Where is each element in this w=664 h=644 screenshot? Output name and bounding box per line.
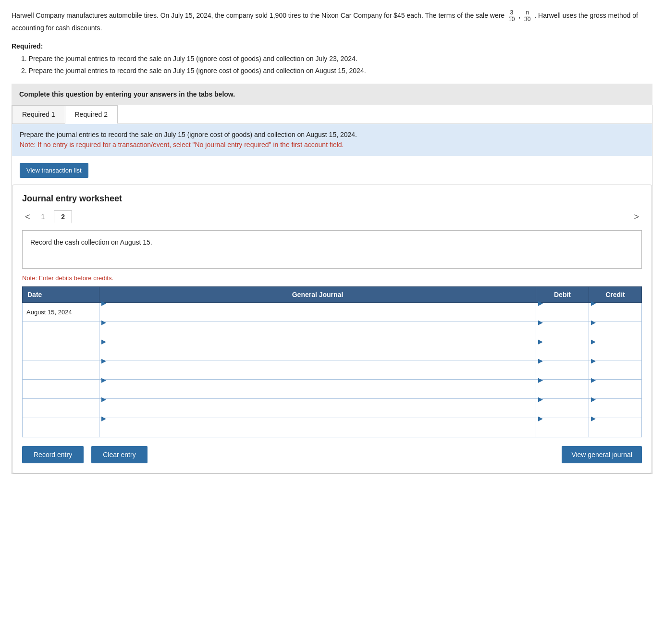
journal-arrow-icon: ▶: [99, 415, 106, 422]
credit-input[interactable]: [589, 326, 641, 345]
debits-note: Note: Enter debits before credits.: [22, 274, 642, 282]
date-cell: August 15, 2024: [23, 302, 99, 322]
journal-arrow-icon: ▶: [99, 357, 106, 364]
date-cell: [23, 379, 99, 398]
debit-input[interactable]: [536, 326, 589, 345]
date-cell: [23, 418, 99, 437]
required-heading: Required:: [12, 42, 652, 50]
credit-arrow-icon: ▶: [589, 319, 596, 326]
required-list: 1. Prepare the journal entries to record…: [12, 54, 652, 76]
record-description-box: Record the cash collection on August 15.: [22, 230, 642, 269]
col-debit: Debit: [536, 286, 589, 302]
journal-arrow-icon: ▶: [99, 376, 106, 384]
tabs-header: Required 1 Required 2: [12, 105, 652, 124]
credit-arrow-icon: ▶: [589, 357, 596, 364]
view-transaction-button[interactable]: View transaction list: [20, 163, 88, 178]
credit-input[interactable]: [589, 364, 641, 383]
journal-arrow-icon: ▶: [99, 338, 106, 345]
problem-text: Harwell Company manufactures automobile …: [12, 10, 652, 34]
col-credit: Credit: [589, 286, 642, 302]
credit-arrow-icon: ▶: [589, 338, 596, 345]
worksheet-card: Journal entry worksheet < 1 2 > Record t…: [12, 185, 652, 473]
credit-input[interactable]: [589, 384, 641, 402]
debit-arrow-icon: ▶: [536, 415, 543, 422]
debit-input[interactable]: [536, 403, 589, 421]
debit-arrow-icon: ▶: [536, 357, 543, 364]
credit-arrow-icon: ▶: [589, 415, 596, 422]
actions-row: Record entry Clear entry View general jo…: [22, 446, 642, 463]
journal-cell[interactable]: ▶: [99, 302, 536, 322]
date-cell: [23, 341, 99, 360]
journal-cell[interactable]: ▶: [99, 341, 536, 360]
journal-table: Date General Journal Debit Credit August…: [22, 286, 642, 437]
debit-arrow-icon: ▶: [536, 319, 543, 326]
journal-arrow-icon: ▶: [99, 396, 106, 403]
required-item-1: 1. Prepare the journal entries to record…: [21, 54, 652, 64]
credit-input[interactable]: [589, 307, 641, 325]
credit-arrow-icon: ▶: [589, 376, 596, 384]
fraction1: 310: [506, 12, 516, 19]
credit-arrow-icon: ▶: [589, 396, 596, 403]
credit-input[interactable]: [589, 345, 641, 364]
journal-input[interactable]: [99, 422, 536, 441]
table-row: August 15, 2024▶▶▶: [23, 302, 642, 322]
tab-required-2[interactable]: Required 2: [65, 105, 118, 124]
date-cell: [23, 360, 99, 379]
debit-input[interactable]: [536, 307, 589, 325]
tab-required-1[interactable]: Required 1: [12, 105, 65, 124]
clear-entry-button[interactable]: Clear entry: [91, 446, 147, 463]
no-entry-note: Note: If no entry is required for a tran…: [20, 141, 344, 149]
tab-content: Prepare the journal entries to record th…: [12, 124, 652, 473]
date-cell: [23, 322, 99, 341]
nav-page-2[interactable]: 2: [54, 211, 72, 223]
debit-input[interactable]: [536, 345, 589, 364]
debit-arrow-icon: ▶: [536, 376, 543, 384]
nav-left-arrow[interactable]: <: [22, 211, 33, 223]
nav-right-arrow[interactable]: >: [631, 211, 642, 223]
instruction-banner: Prepare the journal entries to record th…: [12, 124, 652, 156]
col-date: Date: [23, 286, 99, 302]
instruction-box: Complete this question by entering your …: [12, 84, 652, 105]
required-item-2: 2. Prepare the journal entries to record…: [21, 66, 652, 76]
date-cell: [23, 398, 99, 418]
debit-arrow-icon: ▶: [536, 396, 543, 403]
nav-page-1[interactable]: 1: [34, 211, 52, 223]
journal-cell[interactable]: ▶: [99, 322, 536, 341]
credit-cell[interactable]: ▶: [589, 302, 642, 322]
journal-cell[interactable]: ▶: [99, 379, 536, 398]
credit-arrow-icon: ▶: [589, 299, 596, 307]
debit-arrow-icon: ▶: [536, 338, 543, 345]
debit-input[interactable]: [536, 384, 589, 402]
record-entry-button[interactable]: Record entry: [22, 446, 84, 463]
debit-arrow-icon: ▶: [536, 299, 543, 307]
journal-arrow-icon: ▶: [99, 319, 106, 326]
debit-input[interactable]: [536, 364, 589, 383]
journal-cell[interactable]: ▶: [99, 360, 536, 379]
journal-cell[interactable]: ▶: [99, 418, 536, 437]
col-journal: General Journal: [99, 286, 536, 302]
credit-input[interactable]: [589, 422, 641, 441]
nav-row: < 1 2 >: [22, 211, 642, 223]
credit-input[interactable]: [589, 403, 641, 421]
journal-arrow-icon: ▶: [99, 299, 106, 307]
debit-input[interactable]: [536, 422, 589, 441]
journal-cell[interactable]: ▶: [99, 398, 536, 418]
debit-cell[interactable]: ▶: [536, 302, 589, 322]
tabs-container: Required 1 Required 2 Prepare the journa…: [12, 105, 652, 474]
worksheet-title: Journal entry worksheet: [22, 194, 642, 204]
view-general-journal-button[interactable]: View general journal: [562, 446, 642, 463]
